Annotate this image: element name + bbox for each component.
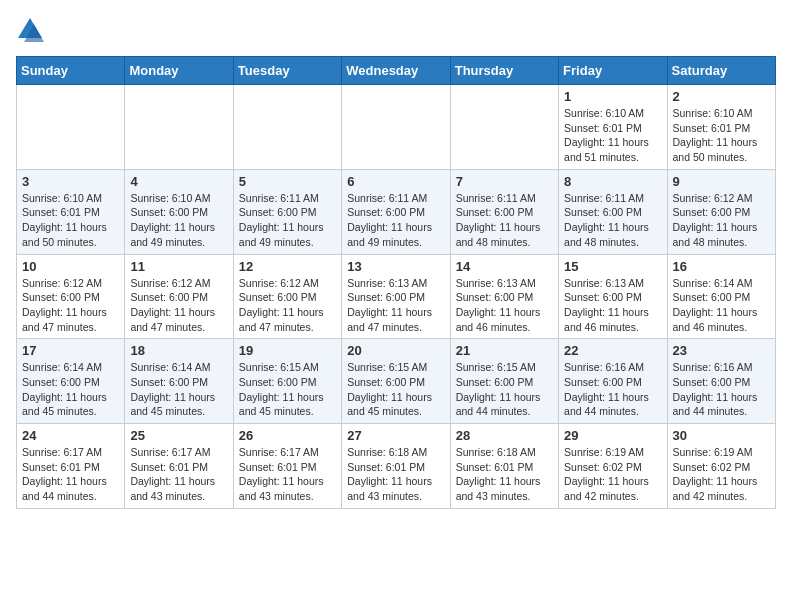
calendar-table: SundayMondayTuesdayWednesdayThursdayFrid… — [16, 56, 776, 509]
day-info: Sunrise: 6:10 AM Sunset: 6:01 PM Dayligh… — [22, 191, 119, 250]
calendar-day-cell: 5Sunrise: 6:11 AM Sunset: 6:00 PM Daylig… — [233, 169, 341, 254]
calendar-day-cell: 3Sunrise: 6:10 AM Sunset: 6:01 PM Daylig… — [17, 169, 125, 254]
day-number: 20 — [347, 343, 444, 358]
calendar-day-cell: 7Sunrise: 6:11 AM Sunset: 6:00 PM Daylig… — [450, 169, 558, 254]
page-header — [16, 16, 776, 44]
calendar-day-cell — [125, 85, 233, 170]
day-number: 6 — [347, 174, 444, 189]
day-number: 22 — [564, 343, 661, 358]
day-info: Sunrise: 6:10 AM Sunset: 6:01 PM Dayligh… — [564, 106, 661, 165]
day-info: Sunrise: 6:11 AM Sunset: 6:00 PM Dayligh… — [347, 191, 444, 250]
day-of-week-header: Thursday — [450, 57, 558, 85]
day-number: 25 — [130, 428, 227, 443]
day-number: 29 — [564, 428, 661, 443]
calendar-day-cell: 19Sunrise: 6:15 AM Sunset: 6:00 PM Dayli… — [233, 339, 341, 424]
day-of-week-header: Monday — [125, 57, 233, 85]
day-info: Sunrise: 6:14 AM Sunset: 6:00 PM Dayligh… — [22, 360, 119, 419]
day-info: Sunrise: 6:18 AM Sunset: 6:01 PM Dayligh… — [347, 445, 444, 504]
calendar-day-cell: 9Sunrise: 6:12 AM Sunset: 6:00 PM Daylig… — [667, 169, 775, 254]
calendar-week-row: 10Sunrise: 6:12 AM Sunset: 6:00 PM Dayli… — [17, 254, 776, 339]
day-number: 27 — [347, 428, 444, 443]
calendar-day-cell: 6Sunrise: 6:11 AM Sunset: 6:00 PM Daylig… — [342, 169, 450, 254]
calendar-day-cell: 28Sunrise: 6:18 AM Sunset: 6:01 PM Dayli… — [450, 424, 558, 509]
day-info: Sunrise: 6:12 AM Sunset: 6:00 PM Dayligh… — [22, 276, 119, 335]
calendar-day-cell: 13Sunrise: 6:13 AM Sunset: 6:00 PM Dayli… — [342, 254, 450, 339]
calendar-day-cell: 26Sunrise: 6:17 AM Sunset: 6:01 PM Dayli… — [233, 424, 341, 509]
day-info: Sunrise: 6:13 AM Sunset: 6:00 PM Dayligh… — [456, 276, 553, 335]
day-of-week-header: Sunday — [17, 57, 125, 85]
calendar-week-row: 3Sunrise: 6:10 AM Sunset: 6:01 PM Daylig… — [17, 169, 776, 254]
day-info: Sunrise: 6:14 AM Sunset: 6:00 PM Dayligh… — [673, 276, 770, 335]
calendar-day-cell: 18Sunrise: 6:14 AM Sunset: 6:00 PM Dayli… — [125, 339, 233, 424]
day-number: 17 — [22, 343, 119, 358]
day-number: 26 — [239, 428, 336, 443]
day-number: 23 — [673, 343, 770, 358]
day-info: Sunrise: 6:11 AM Sunset: 6:00 PM Dayligh… — [456, 191, 553, 250]
day-number: 21 — [456, 343, 553, 358]
day-number: 12 — [239, 259, 336, 274]
day-info: Sunrise: 6:15 AM Sunset: 6:00 PM Dayligh… — [347, 360, 444, 419]
day-info: Sunrise: 6:10 AM Sunset: 6:01 PM Dayligh… — [673, 106, 770, 165]
day-number: 5 — [239, 174, 336, 189]
day-info: Sunrise: 6:12 AM Sunset: 6:00 PM Dayligh… — [239, 276, 336, 335]
day-number: 18 — [130, 343, 227, 358]
day-number: 3 — [22, 174, 119, 189]
day-info: Sunrise: 6:14 AM Sunset: 6:00 PM Dayligh… — [130, 360, 227, 419]
day-number: 14 — [456, 259, 553, 274]
calendar-day-cell — [342, 85, 450, 170]
day-info: Sunrise: 6:19 AM Sunset: 6:02 PM Dayligh… — [564, 445, 661, 504]
calendar-day-cell: 4Sunrise: 6:10 AM Sunset: 6:00 PM Daylig… — [125, 169, 233, 254]
day-number: 15 — [564, 259, 661, 274]
day-info: Sunrise: 6:19 AM Sunset: 6:02 PM Dayligh… — [673, 445, 770, 504]
day-of-week-header: Saturday — [667, 57, 775, 85]
calendar-day-cell: 15Sunrise: 6:13 AM Sunset: 6:00 PM Dayli… — [559, 254, 667, 339]
calendar-day-cell — [17, 85, 125, 170]
day-number: 11 — [130, 259, 227, 274]
day-info: Sunrise: 6:12 AM Sunset: 6:00 PM Dayligh… — [673, 191, 770, 250]
calendar-day-cell — [233, 85, 341, 170]
day-info: Sunrise: 6:17 AM Sunset: 6:01 PM Dayligh… — [239, 445, 336, 504]
day-info: Sunrise: 6:16 AM Sunset: 6:00 PM Dayligh… — [564, 360, 661, 419]
day-number: 7 — [456, 174, 553, 189]
day-info: Sunrise: 6:18 AM Sunset: 6:01 PM Dayligh… — [456, 445, 553, 504]
calendar-day-cell: 11Sunrise: 6:12 AM Sunset: 6:00 PM Dayli… — [125, 254, 233, 339]
calendar-week-row: 24Sunrise: 6:17 AM Sunset: 6:01 PM Dayli… — [17, 424, 776, 509]
day-of-week-header: Wednesday — [342, 57, 450, 85]
calendar-day-cell: 8Sunrise: 6:11 AM Sunset: 6:00 PM Daylig… — [559, 169, 667, 254]
day-info: Sunrise: 6:10 AM Sunset: 6:00 PM Dayligh… — [130, 191, 227, 250]
logo-icon — [16, 16, 44, 44]
day-number: 8 — [564, 174, 661, 189]
calendar-day-cell: 25Sunrise: 6:17 AM Sunset: 6:01 PM Dayli… — [125, 424, 233, 509]
calendar-week-row: 17Sunrise: 6:14 AM Sunset: 6:00 PM Dayli… — [17, 339, 776, 424]
day-of-week-header: Tuesday — [233, 57, 341, 85]
calendar-day-cell — [450, 85, 558, 170]
day-number: 9 — [673, 174, 770, 189]
day-info: Sunrise: 6:13 AM Sunset: 6:00 PM Dayligh… — [347, 276, 444, 335]
calendar-day-cell: 30Sunrise: 6:19 AM Sunset: 6:02 PM Dayli… — [667, 424, 775, 509]
calendar-day-cell: 10Sunrise: 6:12 AM Sunset: 6:00 PM Dayli… — [17, 254, 125, 339]
day-number: 24 — [22, 428, 119, 443]
calendar-day-cell: 14Sunrise: 6:13 AM Sunset: 6:00 PM Dayli… — [450, 254, 558, 339]
day-number: 2 — [673, 89, 770, 104]
day-info: Sunrise: 6:15 AM Sunset: 6:00 PM Dayligh… — [456, 360, 553, 419]
calendar-day-cell: 17Sunrise: 6:14 AM Sunset: 6:00 PM Dayli… — [17, 339, 125, 424]
day-info: Sunrise: 6:15 AM Sunset: 6:00 PM Dayligh… — [239, 360, 336, 419]
day-number: 1 — [564, 89, 661, 104]
day-of-week-header: Friday — [559, 57, 667, 85]
day-info: Sunrise: 6:12 AM Sunset: 6:00 PM Dayligh… — [130, 276, 227, 335]
logo — [16, 16, 48, 44]
calendar-day-cell: 22Sunrise: 6:16 AM Sunset: 6:00 PM Dayli… — [559, 339, 667, 424]
calendar-day-cell: 29Sunrise: 6:19 AM Sunset: 6:02 PM Dayli… — [559, 424, 667, 509]
day-info: Sunrise: 6:17 AM Sunset: 6:01 PM Dayligh… — [22, 445, 119, 504]
calendar-day-cell: 24Sunrise: 6:17 AM Sunset: 6:01 PM Dayli… — [17, 424, 125, 509]
calendar-day-cell: 23Sunrise: 6:16 AM Sunset: 6:00 PM Dayli… — [667, 339, 775, 424]
day-info: Sunrise: 6:13 AM Sunset: 6:00 PM Dayligh… — [564, 276, 661, 335]
calendar-day-cell: 16Sunrise: 6:14 AM Sunset: 6:00 PM Dayli… — [667, 254, 775, 339]
day-info: Sunrise: 6:11 AM Sunset: 6:00 PM Dayligh… — [239, 191, 336, 250]
calendar-day-cell: 2Sunrise: 6:10 AM Sunset: 6:01 PM Daylig… — [667, 85, 775, 170]
calendar-day-cell: 1Sunrise: 6:10 AM Sunset: 6:01 PM Daylig… — [559, 85, 667, 170]
day-number: 13 — [347, 259, 444, 274]
day-info: Sunrise: 6:16 AM Sunset: 6:00 PM Dayligh… — [673, 360, 770, 419]
calendar-day-cell: 12Sunrise: 6:12 AM Sunset: 6:00 PM Dayli… — [233, 254, 341, 339]
day-number: 19 — [239, 343, 336, 358]
